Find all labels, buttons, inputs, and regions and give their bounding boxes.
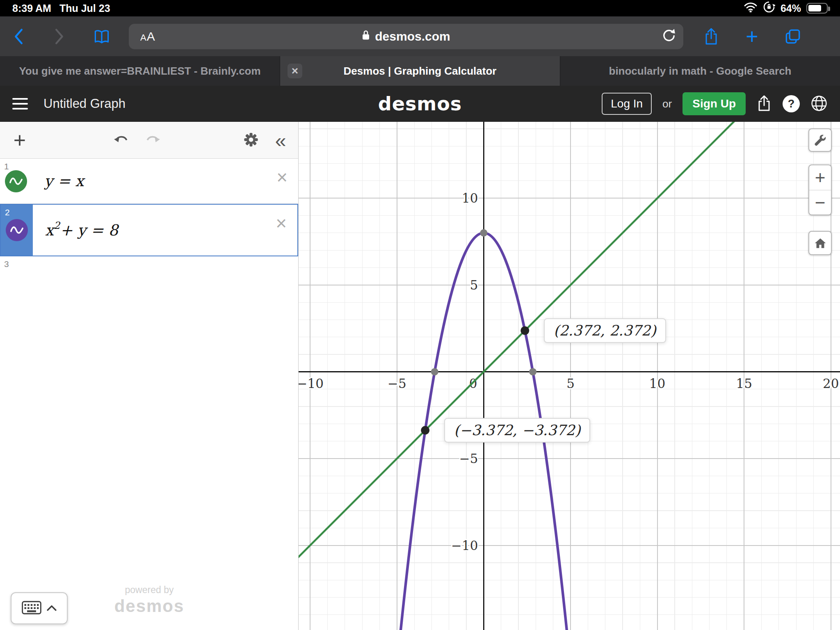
battery-percent: 64% (781, 2, 801, 14)
curve-style-icon[interactable] (5, 170, 27, 192)
expression-panel: + « 1 y = x (0, 122, 299, 630)
expression-input[interactable]: x2 + y = 8 (33, 205, 297, 256)
orientation-lock-icon (763, 1, 775, 16)
tls-lock-icon (362, 30, 370, 43)
forward-button[interactable] (52, 28, 66, 45)
reader-aa-button[interactable]: AA (140, 30, 155, 43)
tab-google-search[interactable]: binocularly in math - Google Search (560, 56, 840, 86)
tab-title: You give me answer=BRAINLIEST - Brainly.… (19, 65, 260, 78)
screen: 8:39 AM Thu Jul 23 64% AA (0, 0, 840, 630)
intersection-point-label: (2.372, 2.372) (544, 318, 666, 343)
intersection-point-label: (−3.372, −3.372) (444, 418, 591, 443)
svg-text:−5: −5 (388, 376, 406, 391)
tab-close-button[interactable]: × (288, 64, 302, 78)
tab-title: binocularly in math - Google Search (609, 65, 792, 78)
tabs-overview-button[interactable] (785, 29, 801, 44)
svg-text:10: 10 (462, 191, 478, 205)
reload-button[interactable] (662, 29, 676, 44)
battery-icon (806, 3, 828, 14)
export-share-icon[interactable] (756, 95, 772, 113)
svg-text:20: 20 (823, 376, 839, 391)
graph-settings-wrench-icon[interactable] (808, 128, 832, 152)
svg-text:5: 5 (566, 376, 575, 391)
graph-paper[interactable]: −10−505101520105−5−10 (2.372, 2.372) (−3… (299, 122, 840, 630)
desmos-logo: desmos (378, 93, 462, 115)
tab-desmos[interactable]: × Desmos | Graphing Calculator (280, 56, 560, 86)
svg-text:−10: −10 (451, 538, 478, 553)
expression-index: 3 (4, 259, 9, 269)
zoom-controls: + − (808, 164, 832, 215)
address-bar[interactable]: AA desmos.com (129, 24, 683, 49)
graph-title[interactable]: Untitled Graph (43, 96, 126, 111)
browser-toolbar: AA desmos.com + (0, 16, 840, 56)
add-expression-button[interactable]: + (14, 128, 26, 153)
new-tab-button[interactable]: + (746, 26, 758, 47)
expression-index: 1 (4, 162, 9, 171)
collapse-panel-icon[interactable]: « (275, 129, 286, 151)
url-text: desmos.com (375, 30, 450, 43)
wifi-icon (744, 2, 758, 15)
sign-up-button[interactable]: Sign Up (682, 92, 746, 115)
zoom-out-button[interactable]: − (809, 190, 831, 215)
share-button[interactable] (704, 27, 719, 46)
expression-toolbar: + « (0, 122, 298, 159)
help-icon[interactable]: ? (783, 95, 800, 112)
curve-style-icon[interactable] (6, 219, 28, 241)
menu-icon[interactable] (12, 98, 28, 110)
chevron-up-icon (47, 605, 57, 612)
or-label: or (662, 98, 672, 110)
undo-button[interactable] (114, 134, 129, 146)
default-zoom-home-button[interactable] (808, 231, 832, 255)
clock: 8:39 AM (12, 2, 51, 14)
delete-expression-icon[interactable]: × (276, 214, 287, 233)
expression-gutter[interactable]: 2 (1, 205, 33, 256)
svg-text:5: 5 (470, 278, 478, 292)
expression-input[interactable] (32, 256, 298, 285)
zoom-in-button[interactable]: + (809, 165, 831, 190)
expression-row-3[interactable]: 3 (0, 256, 298, 285)
keyboard-icon (22, 601, 41, 616)
svg-text:−10: −10 (299, 376, 324, 391)
svg-text:−5: −5 (459, 451, 478, 466)
delete-expression-icon[interactable]: × (276, 168, 288, 187)
bookmarks-icon[interactable] (94, 29, 110, 44)
tab-brainly[interactable]: You give me answer=BRAINLIEST - Brainly.… (0, 56, 280, 86)
expression-row-1[interactable]: 1 y = x × (0, 159, 298, 204)
desmos-header: Untitled Graph desmos Log In or Sign Up … (0, 86, 840, 122)
keyboard-toggle-button[interactable] (11, 592, 68, 624)
status-bar: 8:39 AM Thu Jul 23 64% (0, 0, 840, 16)
svg-text:10: 10 (649, 376, 665, 391)
language-globe-icon[interactable] (810, 95, 828, 113)
tab-title: Desmos | Graphing Calculator (344, 65, 497, 78)
tab-bar: You give me answer=BRAINLIEST - Brainly.… (0, 56, 840, 86)
gear-icon[interactable] (243, 132, 259, 148)
expression-gutter: 3 (0, 256, 32, 285)
svg-text:15: 15 (736, 376, 752, 391)
graph-canvas[interactable]: −10−505101520105−5−10 (299, 122, 840, 630)
expression-index: 2 (5, 208, 10, 217)
date: Thu Jul 23 (59, 2, 110, 14)
log-in-button[interactable]: Log In (602, 93, 652, 115)
back-button[interactable] (11, 28, 25, 45)
redo-button[interactable] (145, 134, 160, 146)
expression-gutter[interactable]: 1 (0, 159, 32, 203)
expression-row-2[interactable]: 2 x2 + y = 8 × (0, 204, 298, 256)
expression-input[interactable]: y = x (32, 159, 298, 203)
